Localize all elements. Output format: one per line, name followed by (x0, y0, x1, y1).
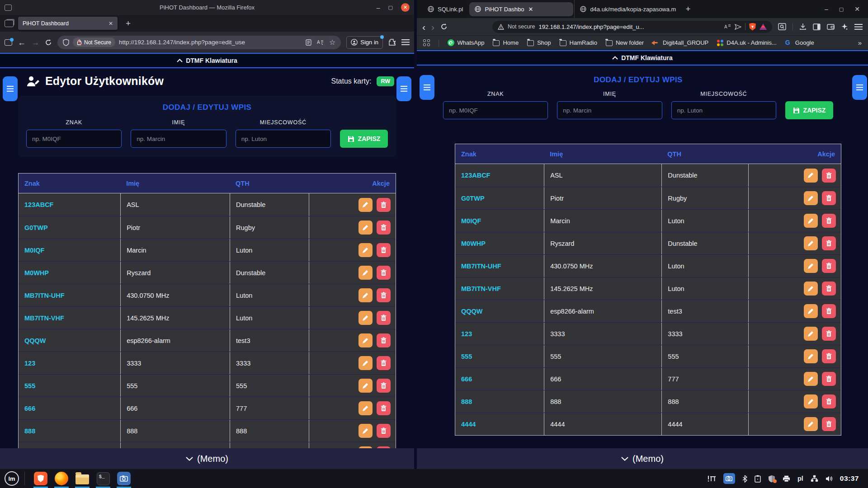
tab-close-icon[interactable]: ✕ (108, 20, 113, 27)
edit-button[interactable] (804, 372, 818, 386)
imie-input[interactable] (557, 101, 662, 119)
bookmark-item[interactable]: HamRadio (560, 39, 597, 46)
edit-button[interactable] (359, 333, 373, 347)
delete-button[interactable] (377, 401, 391, 415)
maximize-button[interactable]: ▢ (839, 7, 844, 12)
delete-button[interactable] (822, 191, 836, 205)
taskbar-file-manager[interactable] (72, 469, 93, 488)
edit-button[interactable] (804, 304, 818, 318)
volume-icon[interactable] (826, 475, 833, 482)
miejscowosc-input[interactable] (671, 101, 776, 119)
delete-button[interactable] (822, 169, 836, 183)
bluetooth-icon[interactable] (742, 475, 747, 483)
reader-icon[interactable] (306, 39, 311, 46)
bookmark-item[interactable]: D4A.uk - Adminis... (717, 39, 777, 46)
edit-button[interactable] (359, 379, 373, 393)
minimize-button[interactable]: – (377, 5, 380, 11)
miejscowosc-input[interactable] (236, 130, 331, 148)
znak-input[interactable] (26, 130, 122, 148)
tab-pihot-dashboard[interactable]: PiHOT Dashboard ✕ (469, 2, 573, 16)
minimize-button[interactable]: – (825, 6, 828, 12)
edit-button[interactable] (804, 191, 818, 205)
delete-button[interactable] (822, 236, 836, 250)
delete-button[interactable] (377, 243, 391, 257)
taskbar-firefox[interactable] (51, 469, 72, 488)
clock[interactable]: 03:37 (840, 474, 859, 483)
edit-button[interactable] (804, 214, 818, 228)
left-menu-fab[interactable] (3, 76, 18, 101)
forward-icon[interactable]: → (31, 38, 39, 47)
edit-button[interactable] (359, 288, 373, 302)
edit-button[interactable] (804, 417, 818, 431)
security-chip[interactable]: Not Secure (73, 38, 115, 47)
back-icon[interactable]: ← (18, 38, 26, 47)
extensions-icon[interactable] (388, 38, 396, 46)
edit-button[interactable] (804, 349, 818, 363)
wallet-icon[interactable] (827, 23, 835, 30)
memo-collapse-bar[interactable]: (Memo) (0, 448, 414, 469)
reload-icon[interactable] (45, 39, 52, 46)
imie-input[interactable] (131, 130, 226, 148)
delete-button[interactable] (377, 424, 391, 438)
maximize-button[interactable]: ▢ (388, 5, 393, 10)
translate-icon[interactable]: A (317, 39, 324, 46)
taskbar-brave[interactable] (30, 469, 51, 488)
bookmark-item[interactable]: Google (785, 39, 814, 46)
tab-d4a[interactable]: d4a.uk/media/kopia-zapasowa.mp (574, 0, 682, 18)
leo-ai-icon[interactable] (841, 23, 848, 30)
delete-button[interactable] (822, 327, 836, 341)
network-share-icon[interactable] (811, 475, 818, 482)
bookmark-star-icon[interactable]: ☆ (329, 38, 335, 47)
edit-button[interactable] (359, 198, 373, 212)
memo-collapse-bar[interactable]: (Memo) (417, 448, 868, 469)
firefox-view-icon[interactable] (5, 20, 14, 27)
taskbar-screenshot[interactable] (113, 469, 134, 488)
menu-icon[interactable] (401, 39, 410, 45)
bookmark-item[interactable]: Home (493, 39, 519, 46)
screenshot-tool-icon[interactable] (723, 473, 735, 484)
new-tab-button[interactable]: + (126, 19, 131, 28)
download-icon[interactable] (799, 23, 807, 30)
edit-button[interactable] (804, 259, 818, 273)
edit-button[interactable] (359, 424, 373, 438)
bookmark-item[interactable]: Shop (527, 39, 551, 46)
new-tab-button[interactable]: + (685, 4, 690, 14)
edit-button[interactable] (804, 282, 818, 296)
delete-button[interactable] (822, 214, 836, 228)
delete-button[interactable] (822, 394, 836, 408)
edit-button[interactable] (359, 356, 373, 370)
tab-close-icon[interactable]: ✕ (528, 6, 568, 13)
right-menu-fab[interactable] (852, 75, 867, 100)
close-button[interactable]: ✕ (401, 3, 410, 12)
edit-button[interactable] (359, 221, 373, 235)
forward-icon[interactable]: › (431, 22, 434, 32)
menu-icon[interactable] (854, 24, 863, 30)
clipboard-icon[interactable] (755, 475, 761, 483)
delete-button[interactable] (377, 221, 391, 235)
url-bar[interactable]: Not Secure http://192.168.1.247/index.ph… (57, 36, 341, 49)
signin-button[interactable]: Sign in (346, 36, 383, 49)
delete-button[interactable] (822, 282, 836, 296)
bookmark-item[interactable]: WhatsApp (448, 39, 485, 46)
tab-sqlink[interactable]: SQLink.pl (422, 0, 468, 18)
edit-button[interactable] (359, 311, 373, 325)
printer-icon[interactable] (783, 475, 790, 482)
sidebar-icon[interactable] (813, 23, 821, 30)
status-indicator-icon[interactable] (708, 475, 716, 482)
delete-button[interactable] (377, 198, 391, 212)
taskbar-terminal[interactable]: $_ (93, 469, 113, 488)
keyboard-layout[interactable]: pl (797, 475, 803, 482)
delete-button[interactable] (822, 417, 836, 431)
dtmf-collapse-header[interactable]: DTMF Klawiatura (417, 50, 868, 66)
edit-button[interactable] (359, 266, 373, 280)
delete-button[interactable] (377, 311, 391, 325)
translate-icon[interactable]: A (724, 23, 731, 30)
save-button[interactable]: ZAPISZ (340, 130, 388, 148)
delete-button[interactable] (377, 356, 391, 370)
znak-input[interactable] (443, 101, 548, 119)
back-icon[interactable]: ‹ (422, 22, 425, 32)
apps-grid-icon[interactable] (423, 39, 430, 46)
delete-button[interactable] (822, 349, 836, 363)
tab-pihot-dashboard[interactable]: PiHOT Dashboard ✕ (18, 17, 118, 30)
url-bar[interactable]: Not secure 192.168.1.247/index.php?page=… (492, 21, 772, 33)
